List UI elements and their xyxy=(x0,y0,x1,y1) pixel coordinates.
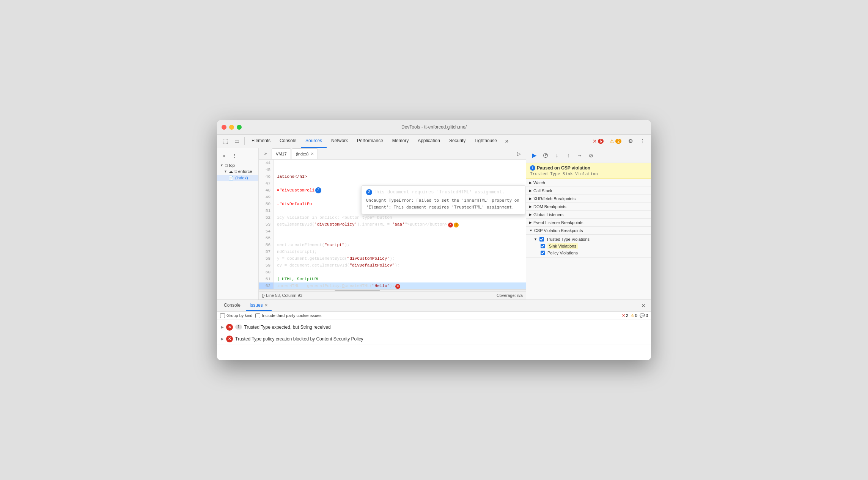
tab-issues-bottom[interactable]: Issues ✕ xyxy=(246,300,272,311)
deactivate-button[interactable]: ⊘ xyxy=(586,151,596,160)
tab-sources[interactable]: Sources xyxy=(301,135,327,148)
step-out-button[interactable]: ↑ xyxy=(563,151,573,160)
trusted-type-arrow[interactable]: ▼ xyxy=(534,237,537,241)
third-party-checkbox[interactable] xyxy=(255,313,260,318)
code-line-58: 58 y = document.getElementById("divCusto… xyxy=(259,255,526,262)
file-tabs-more[interactable]: » xyxy=(260,148,271,159)
issue-item-0[interactable]: ▶ ✕ 1 Trusted Type expected, but String … xyxy=(217,322,651,333)
section-event-listener[interactable]: ▶ Event Listener Breakpoints xyxy=(526,219,651,227)
tab-performance[interactable]: Performance xyxy=(352,135,388,148)
issue-item-1[interactable]: ▶ ✕ Trusted Type policy creation blocked… xyxy=(217,333,651,345)
event-listener-label: Event Listener Breakpoints xyxy=(533,220,583,225)
trusted-type-checkbox[interactable] xyxy=(539,237,544,242)
tab-network[interactable]: Network xyxy=(327,135,352,148)
inspect-icon[interactable]: ⬚ xyxy=(220,136,231,146)
xhr-label: XHR/fetch Breakpoints xyxy=(533,196,576,201)
tab-console-bottom[interactable]: Console xyxy=(220,300,244,311)
step-over-button[interactable] xyxy=(541,151,550,160)
section-callstack[interactable]: ▶ Call Stack xyxy=(526,187,651,195)
tree-menu-icon[interactable]: ⋮ xyxy=(229,151,240,161)
minimize-button[interactable] xyxy=(229,125,234,130)
close-bottom-panel[interactable]: ✕ xyxy=(639,302,648,309)
tree-item-tt-enforce[interactable]: ▼ ☁ tt-enforce xyxy=(217,168,258,175)
paused-subtitle-text: Trusted Type Sink Violation xyxy=(530,171,647,176)
error-count-icon: ✕ xyxy=(622,313,625,318)
policy-violations-checkbox[interactable] xyxy=(541,251,545,255)
error-tooltip: 2 This document requires 'TrustedHTML' a… xyxy=(361,185,526,214)
more-options-icon[interactable]: ⋮ xyxy=(637,136,648,146)
coverage-status: Coverage: n/a xyxy=(497,293,523,298)
tab-memory[interactable]: Memory xyxy=(388,135,413,148)
debugger-toolbar: ▶ ↓ ↑ → ⊘ xyxy=(526,148,651,163)
code-line-60: 60 xyxy=(259,269,526,276)
resume-button[interactable]: ▶ xyxy=(529,151,539,160)
section-global[interactable]: ▶ Global Listeners xyxy=(526,211,651,219)
file-icon: 📄 xyxy=(228,176,234,180)
group-by-kind-checkbox[interactable] xyxy=(220,313,225,318)
close-tab-index[interactable]: ✕ xyxy=(311,152,314,156)
console-tab-label: Console xyxy=(224,303,241,308)
error-count-val: 2 xyxy=(626,313,628,318)
code-line-55: 55 xyxy=(259,235,526,242)
file-tab-vm17[interactable]: VM17 xyxy=(272,148,291,159)
section-dom[interactable]: ▶ DOM Breakpoints xyxy=(526,203,651,211)
tab-lighthouse[interactable]: Lighthouse xyxy=(470,135,502,148)
cloud-icon: ☁ xyxy=(229,169,233,174)
dom-arrow: ▶ xyxy=(529,205,532,209)
run-snippet-icon[interactable]: ▷ xyxy=(514,148,524,159)
bottom-controls: Group by kind Include third-party cookie… xyxy=(217,312,651,320)
tab-security[interactable]: Security xyxy=(445,135,470,148)
tree-arrow-top: ▼ xyxy=(220,163,223,167)
tab-elements[interactable]: Elements xyxy=(247,135,275,148)
group-by-kind-text: Group by kind xyxy=(226,313,252,318)
step-into-button[interactable]: ↓ xyxy=(552,151,562,160)
tab-application[interactable]: Application xyxy=(413,135,445,148)
tab-console[interactable]: Console xyxy=(275,135,301,148)
code-line-57: 57 ndChild(script); xyxy=(259,248,526,255)
third-party-text: Include third-party cookie issues xyxy=(262,313,321,318)
paused-title-text: Paused on CSP violation xyxy=(537,165,590,171)
tree-more-icon[interactable]: » xyxy=(219,151,229,161)
tooltip-line1-text: This document requires 'TrustedHTML' ass… xyxy=(374,189,505,196)
warning-count-button[interactable]: ⚠ 2 xyxy=(607,138,624,145)
error-count-button[interactable]: ✕ 6 xyxy=(590,138,606,145)
close-button[interactable] xyxy=(222,125,226,130)
info-count-display: 💬 0 xyxy=(640,313,648,318)
scrollbar-thumb[interactable] xyxy=(335,290,380,291)
sink-violations-checkbox[interactable] xyxy=(541,244,545,248)
file-tab-index[interactable]: (index) ✕ xyxy=(292,148,318,159)
code-editor[interactable]: 44 45 46 lations</h1> 47 xyxy=(259,160,526,291)
code-line-52: 52 icy violation in onclick: <button typ… xyxy=(259,214,526,221)
maximize-button[interactable] xyxy=(237,125,242,130)
section-xhr[interactable]: ▶ XHR/fetch Breakpoints xyxy=(526,195,651,203)
close-issues-tab[interactable]: ✕ xyxy=(264,303,268,308)
more-tabs-icon[interactable]: » xyxy=(502,136,512,146)
tree-item-top[interactable]: ▼ □ top xyxy=(217,162,258,168)
dom-label: DOM Breakpoints xyxy=(533,204,566,209)
tree-item-index[interactable]: 📄 (index) xyxy=(217,175,258,181)
issue-arrow-0: ▶ xyxy=(221,325,224,329)
settings-icon[interactable]: ⚙ xyxy=(625,136,636,146)
third-party-label[interactable]: Include third-party cookie issues xyxy=(255,313,321,318)
warning-badge: 2 xyxy=(615,139,621,144)
code-line-46: 46 lations</h1> xyxy=(259,173,526,180)
section-watch[interactable]: ▶ Watch xyxy=(526,179,651,187)
group-by-kind-label[interactable]: Group by kind xyxy=(220,313,252,318)
csp-body: ▼ Trusted Type Violations Sink Violation… xyxy=(526,235,651,258)
tooltip-badge: 2 xyxy=(366,189,372,195)
code-line-54: 54 xyxy=(259,228,526,235)
code-line-59: 59 cy = document.getElementById("divDefa… xyxy=(259,262,526,269)
debugger-panel: ▶ ↓ ↑ → ⊘ i Paused on CSP violatio xyxy=(526,148,651,300)
csp-label: CSP Violation Breakpoints xyxy=(534,228,583,233)
issue-badge-0: ✕ xyxy=(226,324,233,331)
issue-arrow-1: ▶ xyxy=(221,337,224,341)
policy-violations-label: Policy Violations xyxy=(547,251,578,255)
horizontal-scrollbar[interactable] xyxy=(259,289,526,291)
info-count-icon: 💬 xyxy=(640,313,645,318)
tooltip-line2-text: Uncaught TypeError: Failed to set the 'i… xyxy=(366,197,521,211)
device-icon[interactable]: ▭ xyxy=(231,136,242,146)
step-button[interactable]: → xyxy=(575,151,585,160)
format-icon[interactable]: {} xyxy=(262,293,264,298)
file-tab-vm17-label: VM17 xyxy=(276,152,287,156)
section-csp[interactable]: ▼ CSP Violation Breakpoints xyxy=(526,227,651,235)
